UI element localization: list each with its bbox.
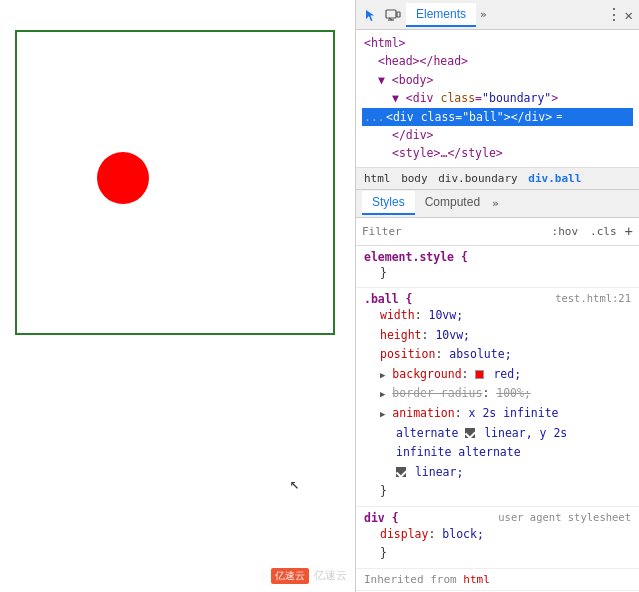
filter-bar: :hov .cls + bbox=[356, 218, 639, 246]
tab-styles[interactable]: Styles bbox=[362, 191, 415, 215]
breadcrumb-body[interactable]: body bbox=[401, 172, 428, 185]
ball-rule-closing: } bbox=[364, 482, 631, 502]
background-expand[interactable]: ▶ bbox=[380, 370, 385, 380]
dom-line-closing-div[interactable]: </div> bbox=[362, 126, 633, 144]
cls-button[interactable]: .cls bbox=[586, 224, 621, 239]
animation-expand[interactable]: ▶ bbox=[380, 409, 385, 419]
ball-prop-animation-line3: infinite alternate bbox=[364, 443, 631, 463]
add-style-button[interactable]: + bbox=[625, 223, 633, 239]
dom-line-body[interactable]: ▼ <body> bbox=[362, 71, 633, 89]
tab-chevron[interactable]: » bbox=[480, 8, 487, 21]
devtools-panel: Elements » ⋮ ✕ <html> <head></head> ▼ <b… bbox=[355, 0, 639, 592]
dom-line-head[interactable]: <head></head> bbox=[362, 52, 633, 70]
panel-tab-chevron[interactable]: » bbox=[492, 197, 499, 210]
ball-prop-background: ▶ background: red; bbox=[364, 365, 631, 385]
ball-rule-source: test.html:21 bbox=[555, 292, 631, 304]
border-radius-expand[interactable]: ▶ bbox=[380, 389, 385, 399]
ball-prop-animation-line4: linear; bbox=[364, 463, 631, 483]
dom-line-boundary[interactable]: ▼ <div class="boundary"> bbox=[362, 89, 633, 107]
browser-viewport: ↖ 亿速云 亿速云 bbox=[0, 0, 355, 592]
device-tool-icon[interactable] bbox=[384, 6, 402, 24]
rule-selector-element: element.style { bbox=[364, 250, 631, 264]
color-swatch-red[interactable] bbox=[475, 370, 484, 379]
animation-checkbox-1[interactable] bbox=[465, 428, 475, 438]
watermark-text: 亿速云 bbox=[314, 569, 347, 581]
div-rule-header: user agent stylesheet div { bbox=[364, 511, 631, 525]
devtools-toolbar: Elements » ⋮ ✕ bbox=[356, 0, 639, 30]
dom-tree: <html> <head></head> ▼ <body> ▼ <div cla… bbox=[356, 30, 639, 168]
ball-prop-animation-line2: alternate linear, y 2s bbox=[364, 424, 631, 444]
style-rule-element: element.style { } bbox=[356, 246, 639, 289]
tab-computed[interactable]: Computed bbox=[415, 191, 490, 215]
hov-button[interactable]: :hov bbox=[548, 224, 583, 239]
svg-rect-1 bbox=[397, 12, 400, 17]
style-rule-ball: test.html:21 .ball { width: 10vw; height… bbox=[356, 288, 639, 506]
ball-prop-width: width: 10vw; bbox=[364, 306, 631, 326]
div-rule-source: user agent stylesheet bbox=[498, 511, 631, 523]
breadcrumb-ball[interactable]: div.ball bbox=[528, 172, 581, 185]
close-icon[interactable]: ✕ bbox=[625, 7, 633, 23]
cursor-icon: ↖ bbox=[290, 474, 302, 492]
dom-line-html[interactable]: <html> bbox=[362, 34, 633, 52]
inherited-from-section: Inherited from html bbox=[356, 569, 639, 591]
watermark: 亿速云 亿速云 bbox=[271, 568, 347, 584]
animation-checkbox-2[interactable] bbox=[396, 467, 406, 477]
panel-tabs: Styles Computed » bbox=[356, 190, 639, 218]
boundary-box bbox=[15, 30, 335, 335]
rule-closing-element: } bbox=[364, 264, 631, 284]
ball-prop-border-radius: ▶ border-radius: 100%; bbox=[364, 384, 631, 404]
ball-prop-animation: ▶ animation: x 2s infinite bbox=[364, 404, 631, 424]
breadcrumb-html[interactable]: html bbox=[364, 172, 391, 185]
styles-content: element.style { } test.html:21 .ball { w… bbox=[356, 246, 639, 592]
tab-elements[interactable]: Elements bbox=[406, 3, 476, 27]
breadcrumb: html body div.boundary div.ball bbox=[356, 168, 639, 190]
dom-line-ball[interactable]: ... <div class="ball"></div> = bbox=[362, 108, 633, 126]
ball-element bbox=[97, 152, 149, 204]
div-prop-display: display: block; bbox=[364, 525, 631, 545]
inherited-from-ref[interactable]: html bbox=[463, 573, 490, 586]
ball-rule-header: test.html:21 .ball { bbox=[364, 292, 631, 306]
svg-rect-0 bbox=[386, 10, 396, 18]
style-rule-div: user agent stylesheet div { display: blo… bbox=[356, 507, 639, 569]
cursor-tool-icon[interactable] bbox=[362, 6, 380, 24]
filter-input[interactable] bbox=[362, 225, 544, 238]
div-rule-selector[interactable]: div { bbox=[364, 511, 399, 525]
more-options-icon[interactable]: ⋮ bbox=[606, 5, 621, 24]
ball-prop-position: position: absolute; bbox=[364, 345, 631, 365]
inherited-from-label: Inherited from bbox=[364, 573, 457, 586]
ball-prop-height: height: 10vw; bbox=[364, 326, 631, 346]
breadcrumb-boundary[interactable]: div.boundary bbox=[438, 172, 517, 185]
dom-line-style[interactable]: <style>…</style> bbox=[362, 144, 633, 162]
watermark-logo: 亿速云 bbox=[271, 568, 309, 584]
ball-rule-selector[interactable]: .ball { bbox=[364, 292, 412, 306]
div-rule-closing: } bbox=[364, 544, 631, 564]
